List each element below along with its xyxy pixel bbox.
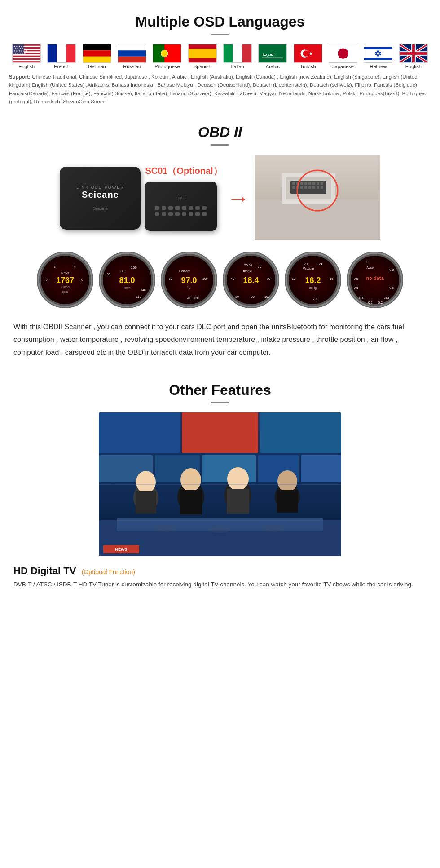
flag-label-german: German	[88, 64, 106, 69]
svg-text:-0.2: -0.2	[377, 301, 383, 304]
svg-text:2: 2	[46, 279, 48, 282]
section-title-languages: Multiple OSD Languages	[9, 13, 431, 30]
flag-label-english-us: English	[18, 64, 35, 69]
svg-rect-68	[304, 186, 307, 189]
es-flag-icon	[188, 44, 217, 63]
svg-text:no data: no data	[366, 275, 384, 281]
svg-rect-51	[400, 52, 427, 55]
svg-rect-59	[300, 182, 303, 185]
svg-rect-17	[83, 57, 111, 63]
svg-rect-165	[277, 490, 298, 513]
car-obd-port	[255, 155, 380, 242]
svg-point-168	[209, 526, 231, 533]
hd-tv-label-section: HD Digital TV (Optional Function)	[9, 565, 431, 577]
svg-rect-150	[301, 455, 341, 482]
svg-text:30: 30	[235, 295, 239, 298]
hd-tv-description: DVB-T / ATSC / ISDB-T HD TV Tuner is cus…	[9, 577, 431, 592]
flag-item-japanese: Japanese	[326, 44, 361, 69]
svg-text:1767: 1767	[56, 276, 74, 285]
svg-text:0.6: 0.6	[354, 286, 358, 289]
support-languages: Chinese Traditional, Chinese Simplified,…	[9, 74, 426, 104]
section-title-obd: OBD II	[9, 124, 431, 141]
pin-2	[162, 206, 166, 210]
flag-label-turkish: Turkish	[300, 64, 316, 69]
svg-text:6: 6	[81, 279, 83, 282]
gauge-accel: Accel no data 0.8 1 -0.8 0.6 -0.6 0.4 -0…	[346, 251, 404, 309]
pin-12	[175, 212, 180, 216]
svg-rect-162	[227, 489, 249, 514]
svg-text:12: 12	[292, 277, 295, 280]
svg-text:Vacuum: Vacuum	[303, 267, 314, 270]
flag-item-italian: Italian	[220, 44, 255, 69]
svg-text:100: 100	[264, 295, 270, 298]
svg-point-158	[180, 468, 201, 492]
svg-text:★ ★ ★ ★ ★: ★ ★ ★ ★ ★	[14, 52, 26, 54]
svg-rect-53	[255, 199, 380, 240]
svg-text:العربية: العربية	[262, 52, 275, 57]
flag-label-italian: Italian	[231, 64, 244, 69]
tv-studio-svg: NEWS	[99, 412, 341, 556]
svg-rect-27	[233, 44, 242, 63]
svg-rect-12	[48, 44, 57, 63]
flags-row: ★ ★ ★ ★ ★ ★ ★ ★ ★ ★ ★ ★ ★ ★ ★ ★ ★ ★ ★ ★ …	[9, 44, 431, 69]
svg-text:-10: -10	[313, 297, 317, 301]
svg-text:97.0: 97.0	[181, 276, 197, 285]
svg-text:Revs: Revs	[61, 271, 69, 275]
svg-text:NEWS: NEWS	[115, 547, 128, 552]
svg-text:16.2: 16.2	[305, 276, 321, 285]
pin-16	[202, 212, 207, 216]
svg-rect-16	[83, 50, 111, 57]
pin-14	[189, 212, 193, 216]
gauge-revs: Revs 1767 x1000 rpm 2 6 3 4	[36, 251, 94, 309]
flag-item-russian: Russian	[114, 44, 150, 69]
svg-rect-71	[317, 186, 319, 189]
svg-rect-57	[292, 182, 295, 185]
svg-point-161	[227, 467, 249, 491]
svg-text:in/Hg: in/Hg	[309, 286, 317, 290]
svg-rect-72	[321, 186, 323, 189]
flag-item-hebrew: Hebrew	[361, 44, 396, 69]
svg-rect-69	[308, 186, 311, 189]
svg-rect-25	[189, 49, 216, 58]
section-title-other: Other Features	[9, 382, 431, 399]
pin-grid	[155, 206, 207, 217]
svg-text:0.4: 0.4	[359, 297, 364, 300]
svg-text:80: 80	[121, 269, 125, 273]
it-flag-icon	[223, 44, 252, 63]
svg-text:km/h: km/h	[123, 286, 130, 289]
svg-rect-70	[312, 186, 315, 189]
svg-text:-40: -40	[187, 297, 191, 300]
svg-rect-14	[66, 44, 76, 63]
pin-1	[155, 206, 159, 210]
svg-rect-67	[300, 186, 303, 189]
pin-11	[168, 212, 173, 216]
svg-rect-60	[304, 182, 307, 185]
svg-rect-19	[118, 50, 146, 57]
pin-5	[182, 206, 186, 210]
support-text: Support: Chinese Traditional, Chinese Si…	[9, 73, 431, 106]
svg-text:-0.8: -0.8	[388, 268, 394, 271]
flag-item-english-gb: English	[396, 44, 431, 69]
title-divider-3	[211, 402, 229, 403]
svg-text:★: ★	[308, 50, 313, 56]
pt-flag-icon	[153, 44, 181, 63]
svg-text:70: 70	[258, 265, 261, 268]
svg-text:-0.6: -0.6	[388, 286, 394, 289]
seicane-device-box: LINK OBD POWER Seicane Seicane	[60, 167, 141, 230]
il-flag-icon	[364, 44, 392, 63]
car-interior-svg	[255, 155, 380, 240]
section-obd: OBD II LINK OBD POWER Seicane Seicane SC…	[0, 115, 440, 373]
svg-rect-15	[83, 44, 111, 51]
flag-label-hebrew: Hebrew	[370, 64, 387, 69]
title-divider-1	[211, 34, 229, 35]
pin-9	[155, 212, 159, 216]
svg-text:81.0: 81.0	[119, 276, 135, 285]
svg-rect-65	[292, 186, 295, 189]
svg-rect-5	[13, 57, 40, 58]
svg-text:24: 24	[319, 262, 322, 266]
seicane-obd-device: LINK OBD POWER Seicane Seicane	[60, 167, 141, 230]
flag-item-spanish: Spanish	[185, 44, 220, 69]
svg-text:80: 80	[267, 277, 270, 280]
flag-item-german: German	[79, 44, 114, 69]
svg-rect-61	[308, 182, 311, 185]
